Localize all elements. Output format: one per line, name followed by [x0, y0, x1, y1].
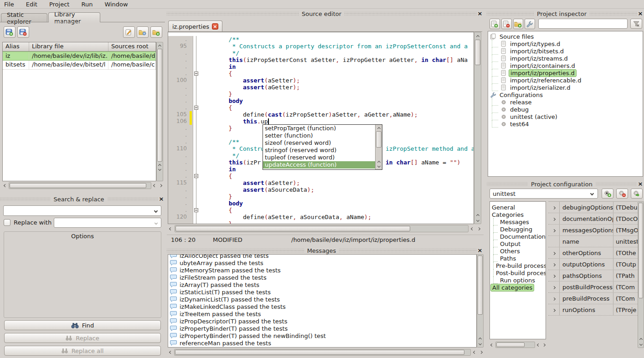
search-input[interactable] [3, 205, 161, 216]
project-inspector-close-icon[interactable]: × [637, 10, 644, 17]
inspector-filter-input[interactable] [538, 19, 628, 29]
scroll-left-icon[interactable] [472, 349, 477, 356]
scroll-down-icon[interactable] [474, 218, 481, 224]
message-item[interactable]: izPropDescriptor(T) passed the tests [170, 317, 467, 325]
category-item[interactable]: Post-build process [492, 269, 546, 276]
scroll-up-icon[interactable] [474, 212, 481, 218]
expand-icon[interactable] [548, 307, 559, 313]
inspector-filter-button[interactable] [630, 19, 642, 29]
message-item[interactable]: izPropertyBinder(T) passed the newBindin… [170, 332, 467, 339]
library-table-hscrollbar[interactable] [2, 182, 163, 189]
code-line[interactable]: 95 * Constructs a property descriptor fr… [168, 43, 474, 50]
completion-item[interactable]: updateAccess (function) [263, 161, 375, 169]
code-line[interactable]: . } [168, 193, 474, 200]
code-line[interactable]: . body [168, 97, 474, 104]
editor-hthumb[interactable] [175, 226, 410, 231]
tree-item[interactable]: debug [490, 106, 643, 113]
code-line[interactable]: . */ [168, 50, 474, 56]
code-line[interactable]: 100 assert(aSetter); [168, 77, 474, 84]
completion-popup[interactable]: setPropTarget (function)setter (function… [263, 124, 382, 170]
fold-collapse-icon[interactable] [194, 174, 198, 178]
messages-hthumb[interactable] [175, 350, 464, 355]
expand-icon[interactable] [548, 261, 559, 267]
editor-vthumb[interactable] [475, 40, 480, 65]
message-item[interactable]: izArray(T) passed the tests [170, 281, 467, 288]
code-line[interactable]: . { [168, 207, 474, 214]
project-configuration-close-icon[interactable]: × [637, 181, 644, 187]
messages-vthumb[interactable] [478, 256, 483, 315]
scroll-down-icon[interactable] [376, 164, 382, 169]
inspector-toolbar-remove-file[interactable] [501, 19, 512, 29]
inspector-toolbar-add-file[interactable] [489, 19, 500, 29]
chevron-down-icon[interactable] [154, 209, 158, 212]
tree-item[interactable]: import/iz/referencable.d [490, 77, 643, 84]
code-line[interactable]: . { [168, 70, 474, 77]
scroll-right-icon[interactable] [158, 182, 163, 189]
property-row[interactable]: debugingOptions(TDebu [548, 202, 638, 213]
message-item[interactable]: izPropertyBinder(T) passed the tests [170, 325, 467, 332]
property-row[interactable]: documentationOptions(TDocO [548, 213, 638, 225]
property-row[interactable]: postBuildProcess(TCom [548, 281, 638, 293]
message-item[interactable]: izMakeLinkedClass passed the tests [170, 303, 467, 310]
expand-icon[interactable] [548, 205, 559, 210]
tree-item[interactable]: import/iz/serializer.d [490, 84, 643, 91]
find-button[interactable]: Find [4, 320, 161, 330]
menu-item-edit[interactable]: Edit [26, 1, 37, 8]
fold-collapse-icon[interactable] [194, 72, 198, 76]
configuration-toolbar-remove-configuration[interactable] [616, 189, 628, 199]
inspector-toolbar-tools[interactable] [525, 19, 535, 29]
message-item[interactable]: izStaticList(T) passed the tests [170, 288, 467, 296]
messages-hscrollbar[interactable] [168, 349, 484, 356]
scroll-up-icon[interactable] [638, 336, 644, 342]
code-editor[interactable]: . /**95 * Constructs a property descript… [168, 32, 474, 224]
scroll-left-icon[interactable] [2, 182, 8, 189]
scroll-up-icon[interactable] [376, 159, 382, 164]
completion-item[interactable]: tupleof (reserved word) [263, 154, 375, 161]
inspector-tree[interactable]: Source filesimport/iz/types.dimport/iz/b… [488, 31, 643, 177]
messages-list[interactable]: izAllocObject passed the testsubyteArray… [168, 254, 477, 348]
category-item[interactable]: Paths [492, 255, 546, 262]
replace-input[interactable] [54, 218, 161, 228]
category-item[interactable]: Messages [492, 218, 546, 225]
completion-item[interactable]: sizeof (reserved word) [263, 139, 375, 147]
code-line[interactable]: 120 define(aSetter, aSourceData, aName); [168, 214, 474, 220]
library-toolbar-edit-library[interactable] [123, 26, 135, 38]
category-item[interactable]: General [492, 204, 546, 211]
scroll-left-icon[interactable] [168, 349, 173, 356]
code-line[interactable]: . this(izPropSetterConst aSetter, izProp… [168, 56, 474, 63]
scroll-left-icon[interactable] [152, 182, 157, 189]
code-line[interactable]: . body [168, 200, 474, 207]
column-header-library-file[interactable]: Library file [29, 42, 108, 51]
message-item[interactable]: ubyteArray passed the tests [170, 259, 467, 266]
scroll-left-icon[interactable] [536, 342, 541, 348]
category-item[interactable]: Documentation [492, 233, 546, 240]
code-line[interactable]: . { [168, 173, 474, 179]
property-row[interactable]: messagesOptions(TMsgO [548, 225, 638, 236]
source-editor-close-icon[interactable]: × [476, 10, 484, 17]
configuration-selector[interactable]: unittest [489, 189, 598, 199]
scroll-left-icon[interactable] [168, 225, 174, 232]
library-toolbar-add-library-folder[interactable] [150, 26, 162, 38]
tree-item[interactable]: Source files [490, 33, 643, 40]
tree-item[interactable]: import/iz/bitsets.d [490, 47, 643, 55]
code-line[interactable]: . } [168, 220, 474, 224]
configuration-toolbar-clone-configuration[interactable] [631, 189, 643, 199]
replace-all-button[interactable]: Replace all [4, 346, 161, 356]
scroll-right-icon[interactable] [478, 349, 484, 356]
property-row[interactable]: preBuildProcess(TCom [548, 293, 638, 304]
configuration-grid[interactable]: debugingOptions(TDebudocumentationOption… [548, 201, 638, 339]
scroll-right-icon[interactable] [476, 225, 481, 232]
library-table-vthumb[interactable] [157, 49, 162, 162]
code-line[interactable]: 106 this.up [168, 118, 474, 125]
editor-tab-close-icon[interactable]: × [212, 23, 218, 30]
library-table-vscrollbar[interactable] [156, 42, 163, 181]
editor-hscrollbar[interactable] [168, 225, 481, 232]
code-line[interactable]: 105 define(cast(izPropSetter)aSetter, aG… [168, 111, 474, 118]
search-replace-close-icon[interactable]: × [158, 196, 165, 202]
grid-vscrollbar[interactable] [638, 201, 644, 348]
category-item[interactable]: Output [492, 240, 546, 247]
completion-thumb[interactable] [376, 131, 381, 148]
category-item[interactable]: Categories [492, 211, 546, 218]
fold-collapse-icon[interactable] [194, 106, 198, 110]
library-toolbar-remove-library[interactable] [17, 26, 29, 38]
